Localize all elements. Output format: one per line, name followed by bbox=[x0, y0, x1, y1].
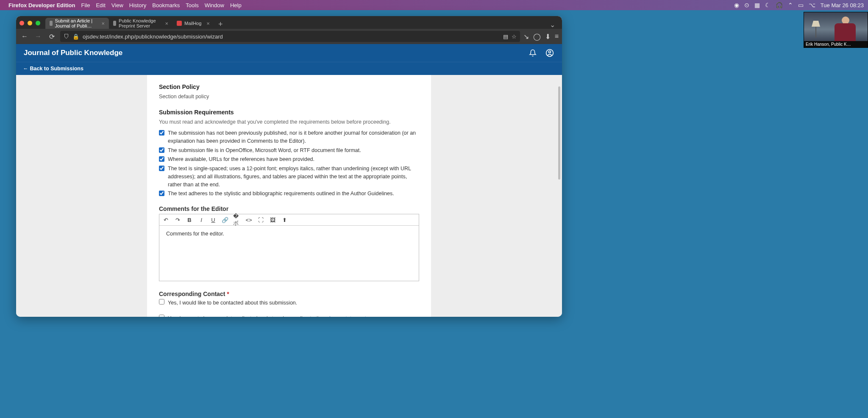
bookmark-star-icon[interactable]: ☆ bbox=[512, 33, 517, 40]
privacy-consent-checkbox[interactable] bbox=[159, 315, 164, 317]
corresponding-contact-label: Yes, I would like to be contacted about … bbox=[168, 299, 297, 307]
code-icon[interactable]: <> bbox=[245, 216, 253, 224]
tab-dropdown-icon[interactable]: ⌄ bbox=[546, 21, 559, 29]
arrow-left-icon: ← bbox=[23, 66, 28, 72]
video-participant-thumbnail[interactable]: Erik Hanson, Public K… bbox=[804, 12, 868, 48]
wifi-icon[interactable]: ⌃ bbox=[788, 2, 793, 8]
section-policy-heading: Section Policy bbox=[159, 83, 419, 90]
menu-help[interactable]: Help bbox=[230, 2, 242, 8]
requirements-note: You must read and acknowledge that you'v… bbox=[159, 119, 419, 125]
page-header: Journal of Public Knowledge ← Back to Su… bbox=[16, 44, 562, 75]
comments-heading: Comments for the Editor bbox=[159, 205, 419, 212]
fullscreen-icon[interactable]: ⛶ bbox=[257, 216, 264, 224]
privacy-consent-label: Yes, I agree to have my data collected a… bbox=[168, 315, 367, 317]
menu-view[interactable]: View bbox=[111, 2, 123, 8]
video-scene bbox=[804, 12, 868, 41]
url-input[interactable]: ⛉ 🔒 ojsdev.test/index.php/publicknowledg… bbox=[60, 31, 520, 42]
requirement-checkbox-4[interactable] bbox=[159, 191, 164, 196]
journal-title: Journal of Public Knowledge bbox=[24, 49, 122, 57]
menubar-app-name[interactable]: Firefox Developer Edition bbox=[8, 2, 75, 8]
corresponding-heading-text: Corresponding Contact bbox=[159, 291, 225, 297]
account-icon[interactable]: ◯ bbox=[533, 33, 541, 41]
rich-text-editor: ↶ ↷ B I U 🔗 �ボ <> ⛶ 🖼 ⬆ Comments for the… bbox=[159, 214, 419, 281]
upload-icon[interactable]: ⬆ bbox=[281, 216, 288, 224]
battery-icon[interactable]: ▭ bbox=[798, 2, 804, 8]
section-policy-text: Section default policy bbox=[159, 94, 419, 100]
menu-window[interactable]: Window bbox=[205, 2, 224, 8]
svg-point-1 bbox=[549, 51, 551, 53]
requirement-checkbox-3[interactable] bbox=[159, 166, 164, 171]
requirement-checkbox-0[interactable] bbox=[159, 130, 164, 136]
nav-reload-button[interactable]: ⟳ bbox=[47, 31, 57, 42]
tab-title: Public Knowledge Preprint Server bbox=[119, 18, 160, 28]
notifications-bell-icon[interactable] bbox=[528, 48, 537, 58]
nav-forward-button[interactable]: → bbox=[33, 31, 43, 42]
undo-icon[interactable]: ↶ bbox=[162, 216, 170, 224]
lamp-icon bbox=[811, 21, 821, 38]
corresponding-contact-checkbox[interactable] bbox=[159, 299, 164, 305]
unlink-icon[interactable]: �ボ bbox=[233, 216, 241, 224]
mac-menubar: Firefox Developer Edition File Edit View… bbox=[0, 0, 868, 10]
link-icon[interactable]: 🔗 bbox=[221, 216, 229, 224]
window-minimize-button[interactable] bbox=[28, 21, 32, 25]
record-icon[interactable]: ◉ bbox=[734, 2, 739, 8]
tab-strip: Submit an Article | Journal of Publi… × … bbox=[16, 16, 562, 29]
requirement-checkbox-2[interactable] bbox=[159, 156, 164, 162]
tab-2[interactable]: MailHog × bbox=[172, 18, 214, 29]
window-controls bbox=[19, 21, 40, 29]
headphones-icon[interactable]: 🎧 bbox=[776, 2, 783, 8]
shield-icon[interactable]: ⛉ bbox=[64, 33, 69, 40]
browser-icon[interactable]: ⊙ bbox=[744, 2, 749, 8]
hamburger-menu-icon[interactable]: ≡ bbox=[555, 33, 559, 41]
favicon-icon bbox=[113, 21, 116, 26]
underline-icon[interactable]: U bbox=[209, 216, 217, 224]
window-maximize-button[interactable] bbox=[36, 21, 40, 25]
new-tab-button[interactable]: + bbox=[214, 20, 227, 29]
requirement-label: The text is single-spaced; uses a 12-poi… bbox=[168, 165, 419, 188]
person-silhouette bbox=[835, 17, 856, 41]
browser-window: Submit an Article | Journal of Publi… × … bbox=[16, 16, 562, 317]
menu-history[interactable]: History bbox=[129, 2, 146, 8]
back-to-submissions-link[interactable]: ← Back to Submissions bbox=[23, 66, 83, 72]
required-star-icon: * bbox=[227, 291, 229, 297]
scrollbar-thumb[interactable] bbox=[558, 86, 560, 180]
privacy-suffix: . bbox=[366, 316, 367, 317]
corresponding-contact-row: Yes, I would like to be contacted about … bbox=[159, 299, 419, 307]
requirement-item: The submission has not been previously p… bbox=[159, 129, 419, 145]
close-icon[interactable]: × bbox=[101, 20, 105, 27]
editor-body[interactable]: Comments for the editor. bbox=[159, 226, 419, 281]
menu-bookmarks[interactable]: Bookmarks bbox=[152, 2, 180, 8]
bold-icon[interactable]: B bbox=[186, 216, 193, 224]
nav-back-button[interactable]: ← bbox=[19, 31, 30, 42]
moon-icon[interactable]: ☾ bbox=[765, 2, 771, 8]
close-icon[interactable]: × bbox=[165, 20, 168, 27]
download-icon[interactable]: ⬇ bbox=[545, 33, 551, 41]
favicon-icon bbox=[50, 21, 53, 26]
corresponding-contact-heading: Corresponding Contact * bbox=[159, 291, 419, 297]
requirement-checkbox-1[interactable] bbox=[159, 147, 164, 153]
url-text: ojsdev.test/index.php/publicknowledge/su… bbox=[83, 33, 500, 40]
extension-icon[interactable]: ↘ bbox=[523, 33, 529, 41]
control-center-icon[interactable]: ⌥ bbox=[809, 2, 815, 8]
privacy-statement-link[interactable]: privacy statement bbox=[325, 316, 366, 317]
redo-icon[interactable]: ↷ bbox=[174, 216, 181, 224]
menubar-clock[interactable]: Tue Mar 26 08:23 bbox=[821, 2, 864, 8]
submission-form-panel: Section Policy Section default policy Su… bbox=[147, 75, 431, 317]
image-icon[interactable]: 🖼 bbox=[269, 216, 276, 224]
grid-icon[interactable]: ▦ bbox=[754, 2, 760, 8]
italic-icon[interactable]: I bbox=[198, 216, 205, 224]
tab-1[interactable]: Public Knowledge Preprint Server × bbox=[109, 18, 172, 29]
user-account-icon[interactable] bbox=[545, 48, 554, 58]
tab-title: Submit an Article | Journal of Publi… bbox=[55, 18, 97, 28]
lock-icon[interactable]: 🔒 bbox=[72, 33, 79, 40]
url-bar: ← → ⟳ ⛉ 🔒 ojsdev.test/index.php/publickn… bbox=[16, 29, 562, 44]
requirement-label: The text adheres to the stylistic and bi… bbox=[168, 190, 419, 198]
menu-file[interactable]: File bbox=[81, 2, 90, 8]
requirement-item: The text is single-spaced; uses a 12-poi… bbox=[159, 165, 419, 188]
close-icon[interactable]: × bbox=[206, 20, 210, 27]
tab-0[interactable]: Submit an Article | Journal of Publi… × bbox=[45, 18, 109, 29]
reader-icon[interactable]: ▤ bbox=[503, 33, 508, 40]
menu-edit[interactable]: Edit bbox=[96, 2, 105, 8]
menu-tools[interactable]: Tools bbox=[186, 2, 198, 8]
window-close-button[interactable] bbox=[19, 21, 24, 25]
